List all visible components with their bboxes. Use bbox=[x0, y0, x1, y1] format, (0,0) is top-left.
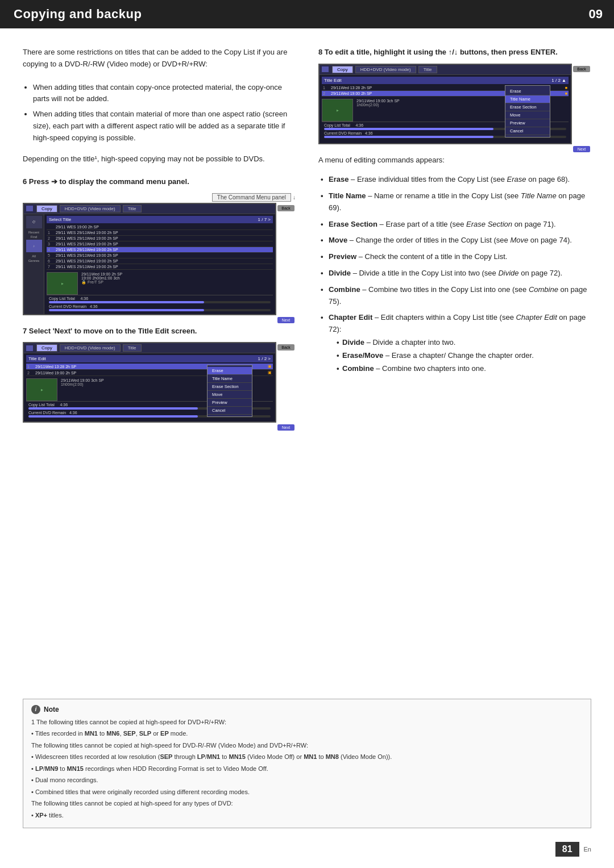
screen2-back-button[interactable]: Back bbox=[277, 344, 294, 350]
main-content: There are some restrictions on titles th… bbox=[0, 28, 614, 690]
menu-preview: Preview bbox=[208, 399, 252, 407]
menu-item-preview: Preview – Check the content of a title i… bbox=[318, 251, 591, 263]
screen2-tab-mode: HDD+DVD (Video mode) bbox=[60, 344, 121, 352]
dvd-icon-3 bbox=[322, 66, 329, 72]
screen3-tabs: Copy HDD+DVD (Video mode) Title bbox=[332, 66, 437, 73]
screen3-side-buttons: Back Next bbox=[572, 64, 591, 155]
right-column: 8 To edit a title, highlight it using th… bbox=[318, 47, 591, 678]
left-column: There are some restrictions on titles th… bbox=[23, 47, 296, 678]
screen1-row-7: 7 29/11 WES 29/11Wed 19:00 2h SP bbox=[47, 264, 273, 270]
screen1-body: ⏱ Recent Find ♪ All Genres bbox=[24, 214, 275, 314]
screen3-title-bar: Title Edit 1 / 2 ▲ bbox=[322, 77, 569, 84]
screen1-row-3: 3 29/11 WES 29/11Wed 19:00 2h SP bbox=[47, 241, 273, 247]
screen1-sidebar: ⏱ Recent Find ♪ All Genres bbox=[24, 214, 44, 314]
screen3-menu-erase-section: Erase Section bbox=[505, 103, 550, 111]
panel-label-text: The Command Menu panel bbox=[212, 193, 291, 202]
screen3-menu-erase: Erase bbox=[505, 87, 550, 95]
screen3-menu-preview: Preview bbox=[505, 119, 550, 127]
screen1-row-1: 1 29/11 WES 29/11Wed 19:00 2h SP bbox=[47, 230, 273, 236]
preview-time: 19:00 2h00m1:00 3ch bbox=[81, 276, 273, 280]
note-label: Note bbox=[44, 706, 59, 713]
menu-item-erase-section: Erase Section – Erase part of a title (s… bbox=[318, 219, 591, 231]
note-line-8: The following titles cannot be copied at… bbox=[31, 799, 583, 808]
menu-move: Move bbox=[208, 391, 252, 399]
page-footer: 81 En bbox=[0, 837, 614, 868]
note-line-4: • Widescreen titles recorded at low reso… bbox=[31, 752, 583, 762]
note-section: i Note 1 The following titles cannot be … bbox=[23, 699, 591, 829]
screen1-back-button[interactable]: Back bbox=[277, 205, 294, 211]
screen2-main: Title Edit 1 / 2 > 1 29/11Wed 13:28 2h S… bbox=[24, 353, 275, 422]
step6-heading: 6 Press ➔ to display the command menu pa… bbox=[23, 176, 296, 187]
sidebar-recent-icon: ⏱ bbox=[26, 216, 42, 228]
menu-item-divide: Divide – Divide a title in the Copy List… bbox=[318, 268, 591, 279]
bullet-item-2: When adding titles that contain material… bbox=[33, 108, 296, 144]
screen1-row-0: 29/11 WES 19:00 2h SP bbox=[47, 224, 273, 230]
menu-appears-text: A menu of editing commands appears: bbox=[318, 155, 591, 166]
menu-erase-section: Erase Section bbox=[208, 383, 252, 391]
menu-erase: Erase bbox=[208, 367, 252, 375]
note-line-2: • Titles recorded in MN1 to MN6, SEP, SL… bbox=[31, 729, 583, 738]
screen3-nav: 1 / 2 ▲ bbox=[551, 78, 566, 83]
sub-combine: Combine – Combine two chapters into one. bbox=[334, 363, 591, 375]
screen3-tab-mode: HDD+DVD (Video mode) bbox=[355, 66, 416, 73]
screen2-menu-overlay: Erase Title Name Erase Section Move Prev… bbox=[207, 365, 252, 417]
screen1-copy-total: Copy List Total 4:36 bbox=[49, 297, 271, 303]
screen1-main: Select Title 1 / 7 > 29/11 WES 19:00 2h … bbox=[44, 214, 275, 314]
screen1-side-buttons: Back Next bbox=[276, 203, 296, 326]
note-icon: i bbox=[31, 705, 40, 714]
screen2-tabs: Copy HDD+DVD (Video mode) Title bbox=[36, 344, 142, 352]
screen3-thumb: ▶ bbox=[322, 99, 353, 122]
screen2: Copy HDD+DVD (Video mode) Title Title Ed… bbox=[23, 342, 276, 423]
screen2-next-button[interactable]: Next bbox=[277, 424, 294, 431]
screen2-tab-title: Title bbox=[123, 344, 142, 352]
screen3-menu-move: Move bbox=[505, 111, 550, 119]
page-container: Copying and backup 09 There are some res… bbox=[0, 0, 614, 868]
preview-icon: 🔒 Fre/T SP bbox=[81, 280, 273, 285]
dvd-icon bbox=[26, 206, 33, 211]
intro-text: There are some restrictions on titles th… bbox=[23, 47, 296, 70]
note-line-3: The following titles cannot be copied at… bbox=[31, 741, 583, 750]
screen3-next-button[interactable]: Next bbox=[573, 146, 590, 152]
screen2-header: Copy HDD+DVD (Video mode) Title bbox=[24, 343, 275, 353]
screen1-dvd-remain: Current DVD Remain 4:36 bbox=[49, 304, 271, 311]
screen1-title-label: Select Title bbox=[49, 217, 71, 222]
note-line-6: • Dual mono recordings. bbox=[31, 775, 583, 785]
screen3-back-button[interactable]: Back bbox=[573, 66, 590, 72]
page-lang: En bbox=[584, 846, 591, 853]
screen3-menu-overlay: Erase Title Name Erase Section Move Prev… bbox=[505, 85, 550, 137]
note-header: i Note bbox=[31, 705, 583, 714]
screen1-bottom-bar: Copy List Total 4:36 Current DVD Remain … bbox=[47, 295, 273, 312]
screen2-nav: 1 / 2 > bbox=[258, 356, 271, 361]
sidebar-all-icon: ♪ bbox=[26, 240, 42, 252]
menu-item-chapter-edit: Chapter Edit – Edit chapters within a Co… bbox=[318, 312, 591, 374]
screen1-nav-indicator: 1 / 7 > bbox=[258, 217, 271, 222]
note-line-9: • XP+ titles. bbox=[31, 811, 583, 820]
row2-highlight: ▣ bbox=[268, 370, 272, 375]
screen1-thumb: ▶ bbox=[47, 272, 78, 295]
screen1: Copy HDD+DVD (Video mode) Title ⏱ Recent bbox=[23, 203, 276, 315]
screen1-row-6: 6 29/11 WES 29/11Wed 19:00 2h SP bbox=[47, 258, 273, 264]
screen1-container: Copy HDD+DVD (Video mode) Title ⏱ Recent bbox=[23, 203, 296, 326]
screen3-menu-title-name: Title Name bbox=[505, 95, 550, 103]
screen3-title-label: Title Edit bbox=[324, 78, 342, 83]
screen3-main: Title Edit 1 / 2 ▲ 1 29/11Wed 13:28 2h S… bbox=[320, 75, 571, 143]
menu-item-move: Move – Change the order of titles in the… bbox=[318, 235, 591, 247]
panel-label-line: The Command Menu panel ↓ bbox=[23, 193, 296, 202]
screen1-row-5: 5 29/11 WES 29/11Wed 19:00 2h SP bbox=[47, 253, 273, 258]
row1-highlight: ▣ bbox=[268, 364, 272, 369]
screen3-tab-title: Title bbox=[418, 66, 437, 73]
screen1-preview-info: 29/11Wed 19:00 2h SP 19:00 2h00m1:00 3ch… bbox=[81, 272, 273, 285]
menu-items-list: Erase – Erase individual titles from the… bbox=[318, 174, 591, 374]
screen3-body: Title Edit 1 / 2 ▲ 1 29/11Wed 13:28 2h S… bbox=[320, 75, 571, 143]
bullet-list: When adding titles that contain copy-onc… bbox=[33, 82, 296, 144]
screen2-tab-copy: Copy bbox=[36, 344, 57, 352]
chapter-title: Copying and backup bbox=[0, 0, 578, 28]
screen1-next-button[interactable]: Next bbox=[277, 317, 294, 323]
screen1-tab-mode: HDD+DVD (Video mode) bbox=[60, 205, 121, 212]
screen1-title-bar: Select Title 1 / 7 > bbox=[47, 216, 273, 223]
chapter-edit-sublist: Divide – Divide a chapter into two. Eras… bbox=[334, 337, 591, 374]
menu-item-title-name: Title Name – Name or rename a title in t… bbox=[318, 190, 591, 214]
note-text: 1 The following titles cannot be copied … bbox=[31, 717, 583, 820]
screen2-container: Copy HDD+DVD (Video mode) Title Title Ed… bbox=[23, 342, 296, 433]
screen1-preview: ▶ 29/11Wed 19:00 2h SP 19:00 2h00m1:00 3… bbox=[47, 272, 273, 295]
